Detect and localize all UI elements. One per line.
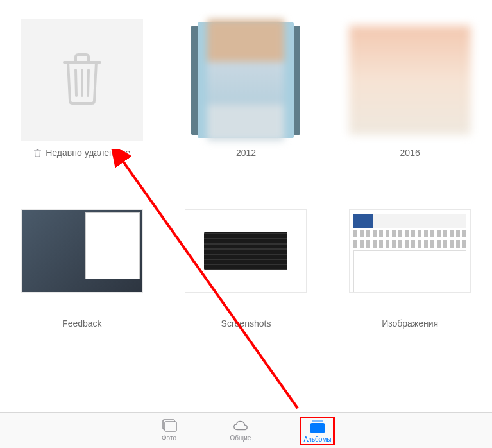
album-images[interactable]: Изображения	[349, 190, 471, 329]
album-thumbnail-images	[349, 190, 471, 312]
svg-line-2	[88, 70, 89, 96]
trash-icon	[33, 148, 42, 157]
svg-line-0	[76, 70, 76, 96]
tab-albums[interactable]: Альбомы	[300, 417, 335, 445]
album-thumbnail-recently-deleted	[21, 19, 143, 141]
album-recently-deleted[interactable]: Недавно удаленные	[21, 19, 143, 158]
tab-shared[interactable]: Общие	[226, 417, 255, 443]
photos-stack-icon	[161, 418, 178, 433]
screenshot-preview	[349, 209, 471, 293]
albums-grid-container: Недавно удаленные 2012 2016	[0, 0, 492, 398]
album-label: Screenshots	[221, 318, 271, 329]
photo-stack	[349, 19, 471, 141]
svg-rect-4	[165, 422, 176, 431]
screenshot-preview	[21, 209, 143, 293]
tab-label: Фото	[162, 435, 176, 442]
tab-photos[interactable]: Фото	[157, 417, 182, 443]
album-screenshots[interactable]: Screenshots	[185, 190, 307, 329]
album-thumbnail-2012	[185, 19, 307, 141]
trash-icon	[59, 53, 105, 107]
album-label: 2016	[400, 148, 420, 158]
album-label: Недавно удаленные	[46, 148, 130, 158]
deleted-tile	[21, 19, 143, 141]
cloud-icon	[232, 418, 249, 433]
album-label: Feedback	[62, 318, 101, 329]
tab-bar: Фото Общие Альбомы	[0, 412, 492, 448]
album-2016[interactable]: 2016	[349, 19, 471, 158]
album-label-row: Недавно удаленные	[33, 148, 130, 158]
album-label: 2012	[236, 148, 256, 158]
album-feedback[interactable]: Feedback	[21, 190, 143, 329]
svg-rect-5	[312, 420, 323, 422]
albums-icon	[309, 419, 326, 435]
screenshot-preview	[185, 209, 307, 293]
albums-grid: Недавно удаленные 2012 2016	[16, 19, 476, 329]
album-thumbnail-screenshots	[185, 190, 307, 312]
album-thumbnail-feedback	[21, 190, 143, 312]
svg-rect-6	[310, 423, 325, 433]
tab-label: Общие	[230, 435, 251, 442]
album-label: Изображения	[382, 318, 438, 329]
photo-stack	[185, 19, 307, 141]
album-thumbnail-2016	[349, 19, 471, 141]
tab-label: Альбомы	[303, 436, 331, 443]
album-2012[interactable]: 2012	[185, 19, 307, 158]
